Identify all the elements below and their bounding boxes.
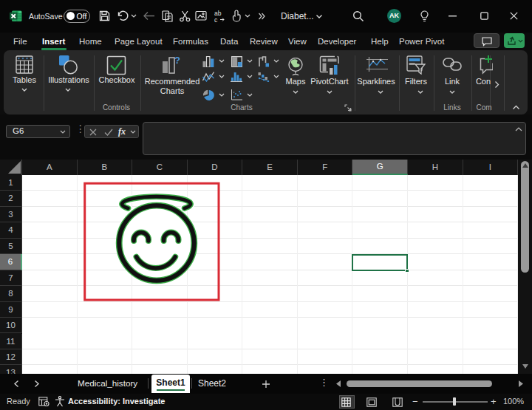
svg-text:?: ?: [174, 55, 180, 66]
